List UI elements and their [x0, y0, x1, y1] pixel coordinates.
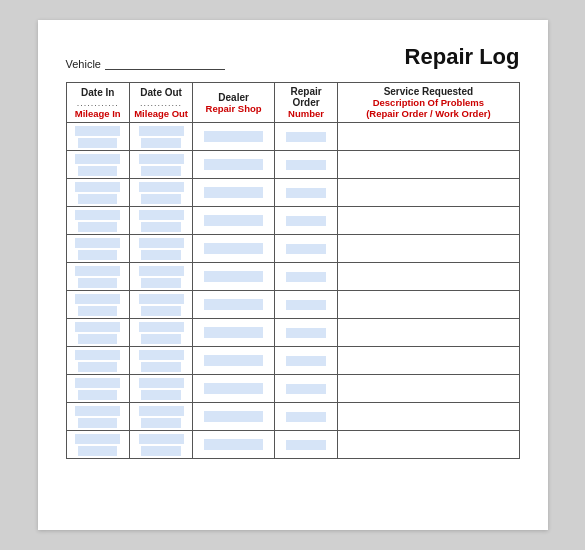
cell-service	[338, 151, 519, 179]
col-header-mileage-out: Mileage Out	[132, 108, 190, 119]
cell-dealer	[193, 403, 275, 431]
col-header-date-out-top: Date Out	[132, 87, 190, 98]
cell-date-in	[66, 207, 129, 235]
col-header-date-in-dots: ............	[69, 98, 127, 108]
cell-date-in	[66, 347, 129, 375]
table-row	[66, 291, 519, 319]
table-row	[66, 403, 519, 431]
cell-service	[338, 263, 519, 291]
cell-service	[338, 403, 519, 431]
cell-date-out	[129, 403, 192, 431]
cell-service	[338, 207, 519, 235]
cell-service	[338, 431, 519, 459]
cell-date-out	[129, 431, 192, 459]
cell-service	[338, 123, 519, 151]
vehicle-field: Vehicle	[66, 58, 225, 70]
col-header-number: Number	[277, 108, 335, 119]
page: Vehicle Repair Log Date In ............ …	[38, 20, 548, 530]
col-header-service: Service Requested Description Of Problem…	[338, 83, 519, 123]
cell-service	[338, 291, 519, 319]
cell-date-in	[66, 263, 129, 291]
cell-service	[338, 375, 519, 403]
cell-repair-order	[274, 431, 337, 459]
cell-dealer	[193, 263, 275, 291]
table-header-row: Date In ............ Mileage In Date Out…	[66, 83, 519, 123]
cell-dealer	[193, 319, 275, 347]
cell-date-out	[129, 235, 192, 263]
cell-dealer	[193, 347, 275, 375]
cell-dealer	[193, 123, 275, 151]
cell-date-out	[129, 179, 192, 207]
cell-dealer	[193, 151, 275, 179]
cell-service	[338, 179, 519, 207]
cell-repair-order	[274, 319, 337, 347]
cell-date-in	[66, 179, 129, 207]
cell-date-in	[66, 403, 129, 431]
col-header-repair-order-top: Repair	[277, 86, 335, 97]
col-header-date-out: Date Out ............ Mileage Out	[129, 83, 192, 123]
col-header-service-top: Service Requested	[340, 86, 516, 97]
table-row	[66, 319, 519, 347]
cell-dealer	[193, 179, 275, 207]
col-header-order-label: Order	[277, 97, 335, 108]
cell-date-in	[66, 291, 129, 319]
cell-date-out	[129, 123, 192, 151]
table-row	[66, 179, 519, 207]
col-header-repair-work-order: (Repair Order / Work Order)	[340, 108, 516, 119]
page-title: Repair Log	[405, 44, 520, 70]
table-row	[66, 151, 519, 179]
cell-repair-order	[274, 207, 337, 235]
cell-date-in	[66, 319, 129, 347]
cell-dealer	[193, 291, 275, 319]
cell-date-out	[129, 375, 192, 403]
table-row	[66, 235, 519, 263]
col-header-repair-order: Repair Order Number	[274, 83, 337, 123]
cell-dealer	[193, 235, 275, 263]
table-row	[66, 123, 519, 151]
cell-service	[338, 319, 519, 347]
cell-date-out	[129, 319, 192, 347]
cell-date-out	[129, 151, 192, 179]
cell-repair-order	[274, 151, 337, 179]
cell-repair-order	[274, 291, 337, 319]
cell-repair-order	[274, 347, 337, 375]
cell-date-in	[66, 123, 129, 151]
cell-service	[338, 347, 519, 375]
cell-date-out	[129, 207, 192, 235]
cell-dealer	[193, 431, 275, 459]
col-header-date-in-top: Date In	[69, 87, 127, 98]
cell-repair-order	[274, 179, 337, 207]
cell-date-in	[66, 151, 129, 179]
cell-date-out	[129, 347, 192, 375]
cell-repair-order	[274, 235, 337, 263]
cell-date-in	[66, 375, 129, 403]
table-row	[66, 431, 519, 459]
col-header-repair-shop: Repair Shop	[195, 103, 272, 114]
cell-repair-order	[274, 263, 337, 291]
table-row	[66, 375, 519, 403]
cell-repair-order	[274, 403, 337, 431]
col-header-date-in: Date In ............ Mileage In	[66, 83, 129, 123]
vehicle-line	[105, 58, 225, 70]
cell-repair-order	[274, 375, 337, 403]
table-row	[66, 263, 519, 291]
col-header-description: Description Of Problems	[340, 97, 516, 108]
cell-repair-order	[274, 123, 337, 151]
cell-date-in	[66, 235, 129, 263]
col-header-dealer: Dealer Repair Shop	[193, 83, 275, 123]
cell-date-in	[66, 431, 129, 459]
table-row	[66, 207, 519, 235]
vehicle-label: Vehicle	[66, 58, 101, 70]
repair-log-table: Date In ............ Mileage In Date Out…	[66, 82, 520, 459]
col-header-dealer-top: Dealer	[195, 92, 272, 103]
cell-date-out	[129, 263, 192, 291]
cell-date-out	[129, 291, 192, 319]
header: Vehicle Repair Log	[66, 44, 520, 70]
cell-service	[338, 235, 519, 263]
col-header-date-out-dots: ............	[132, 98, 190, 108]
cell-dealer	[193, 375, 275, 403]
cell-dealer	[193, 207, 275, 235]
col-header-mileage-in: Mileage In	[69, 108, 127, 119]
table-row	[66, 347, 519, 375]
